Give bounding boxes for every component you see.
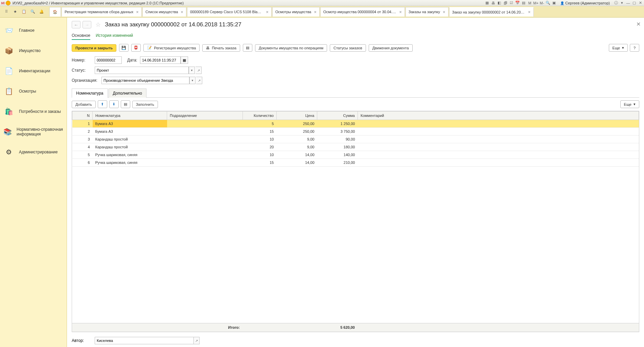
orb-icon[interactable] — [6, 1, 10, 5]
apps-icon[interactable]: ⠿ — [3, 8, 10, 16]
tab-close-icon[interactable]: × — [528, 9, 531, 15]
search-icon[interactable]: 🔍 — [29, 8, 37, 16]
org-input[interactable] — [101, 77, 189, 84]
col-price[interactable]: Цена — [277, 111, 317, 120]
clipboard-icon[interactable]: 📋 — [20, 8, 28, 16]
document-tab[interactable]: Заказы на закупку× — [406, 7, 448, 17]
search-icon[interactable]: 🔍 — [545, 0, 551, 6]
number-input[interactable] — [95, 56, 122, 64]
open-icon[interactable]: ↗ — [196, 67, 202, 74]
sidebar-item[interactable]: 📋Осмотры — [0, 81, 67, 101]
cell-sum: 90,00 — [317, 135, 358, 143]
table-row[interactable]: 2Бумага А315250,003 750,00 — [72, 128, 639, 135]
col-n[interactable]: N — [72, 111, 93, 120]
tool-icon[interactable]: 🗐 — [503, 0, 508, 6]
open-icon[interactable]: ↗ — [193, 337, 200, 344]
subtab-main[interactable]: Основное — [72, 33, 90, 40]
fill-button[interactable]: Заполнить — [132, 101, 158, 108]
calendar-icon[interactable]: 📅 — [515, 0, 520, 6]
col-name[interactable]: Номенклатура — [93, 111, 167, 120]
col-comment[interactable]: Комментарий — [358, 111, 639, 120]
col-sum[interactable]: Сумма — [317, 111, 358, 120]
sidebar-item[interactable]: ⚙Администрирование — [0, 142, 67, 162]
tool-icon[interactable]: ▣ — [551, 0, 557, 6]
table-row[interactable]: 1Бумага А35250,001 250,00 — [72, 120, 639, 128]
sidebar-item[interactable]: 📨Главное — [0, 20, 67, 41]
table-more-button[interactable]: Еще ▾ — [620, 100, 639, 108]
print-order-button[interactable]: 🖶Печать заказа — [202, 44, 240, 52]
list-icon-button[interactable]: ▤ — [121, 100, 130, 108]
tab-additional[interactable]: Дополнительно — [109, 89, 146, 98]
table-row[interactable]: 6Ручка шариковая, синяя1514,00210,00 — [72, 159, 639, 167]
sidebar-item[interactable]: 📚Нормативно-справочная информация — [0, 122, 67, 142]
tab-nomenclature[interactable]: Номенклатура — [72, 89, 108, 98]
close-page-icon[interactable]: ✕ — [636, 21, 641, 27]
minimize-icon[interactable]: — — [625, 0, 631, 6]
col-qty[interactable]: Количество — [243, 111, 277, 120]
subtab-history[interactable]: История изменений — [96, 33, 133, 40]
user-label[interactable]: Сергеев (Администратор) — [560, 1, 610, 5]
tab-close-icon[interactable]: × — [399, 9, 402, 15]
close-icon[interactable]: ✕ — [638, 0, 643, 6]
col-dept[interactable]: Подразделение — [167, 111, 243, 120]
back-button[interactable]: ← — [72, 21, 80, 28]
info-icon[interactable]: ⓘ — [613, 0, 619, 6]
favorite-icon[interactable]: ☆ — [95, 21, 101, 28]
document-tab[interactable]: Список имущества× — [142, 7, 186, 17]
sidebar-item[interactable]: 📄Инвентаризации — [0, 61, 67, 81]
dropdown-icon[interactable]: ▾ — [619, 0, 625, 6]
tab-close-icon[interactable]: × — [443, 9, 445, 15]
move-down-button[interactable]: ⬇ — [109, 100, 119, 108]
maximize-icon[interactable]: ▢ — [631, 0, 637, 6]
table-row[interactable]: 4Карандаш простой209,00180,00 — [72, 143, 639, 151]
sidebar-item[interactable]: 🛍️Потребности и заказы — [0, 101, 67, 122]
tab-close-icon[interactable]: × — [314, 9, 317, 15]
tab-close-icon[interactable]: × — [136, 9, 139, 15]
detail-tabs: Номенклатура Дополнительно — [72, 88, 639, 98]
date-input[interactable] — [140, 56, 181, 64]
order-statuses-button[interactable]: Статусы заказов — [330, 44, 366, 52]
mplus-icon[interactable]: М+ — [533, 0, 538, 6]
tool-icon[interactable]: ◧ — [497, 0, 502, 6]
doc-movements-button[interactable]: Движения документа — [369, 44, 413, 52]
status-input[interactable] — [95, 67, 189, 74]
calendar-icon[interactable]: ▦ — [181, 56, 188, 64]
register-property-button[interactable]: 📝Регистрация имущества — [143, 44, 200, 52]
docs-by-op-button[interactable]: Документы имущества по операциям — [255, 44, 327, 52]
open-icon[interactable]: ↗ — [196, 77, 202, 84]
add-button[interactable]: Добавить — [72, 101, 96, 108]
table-row[interactable]: 5Ручка шариковая, синяя1014,00140,00 — [72, 151, 639, 159]
tool-icon[interactable]: ☑ — [509, 0, 514, 6]
bell-icon[interactable]: 🔔 — [38, 8, 45, 16]
save-icon-button[interactable]: 💾 — [119, 44, 129, 52]
document-tab[interactable]: 000000189 Сервер Cisco UCS 5108 Blade S.… — [187, 7, 272, 17]
tool-icon[interactable]: ▦ — [484, 0, 490, 6]
list-icon-button[interactable]: ▤ — [243, 44, 252, 52]
document-tab[interactable]: Регистрация терминалов сбора данных× — [62, 7, 142, 17]
cell-name: Карандаш простой — [93, 135, 167, 143]
tab-close-icon[interactable]: × — [266, 9, 269, 15]
document-tab[interactable]: Осмотры имущества× — [272, 7, 320, 17]
more-button[interactable]: Еще ▾ — [609, 44, 628, 52]
post-icon-button[interactable]: 📮 — [131, 44, 141, 52]
star-icon[interactable]: ★ — [12, 8, 19, 16]
tool-icon[interactable]: ▤ — [521, 0, 526, 6]
cell-price: 250,00 — [277, 120, 317, 128]
forward-button[interactable]: → — [83, 21, 91, 28]
table-row[interactable]: 3Карандаш простой109,0090,00 — [72, 135, 639, 143]
mminus-icon[interactable]: М- — [539, 0, 545, 6]
m-icon[interactable]: М — [527, 0, 532, 6]
home-tab[interactable]: 🏠 — [49, 7, 61, 17]
tab-close-icon[interactable]: × — [181, 9, 183, 15]
dropdown-icon[interactable]: ▼ — [189, 67, 195, 74]
document-tab[interactable]: Заказ на закупку 000000002 от 14.06.2018… — [449, 7, 534, 17]
document-tab[interactable]: Осмотр имущества 000000004 от 30.04.201.… — [320, 7, 405, 17]
sidebar-item[interactable]: 📦Имущество — [0, 41, 67, 61]
move-up-button[interactable]: ⬆ — [98, 100, 107, 108]
author-input[interactable] — [95, 337, 193, 344]
help-button[interactable]: ? — [630, 44, 639, 52]
dropdown-icon[interactable]: ▼ — [189, 77, 196, 84]
cell-dept — [167, 135, 243, 143]
commit-close-button[interactable]: Провести и закрыть — [72, 44, 116, 52]
print-icon[interactable]: 🖶 — [490, 0, 496, 6]
